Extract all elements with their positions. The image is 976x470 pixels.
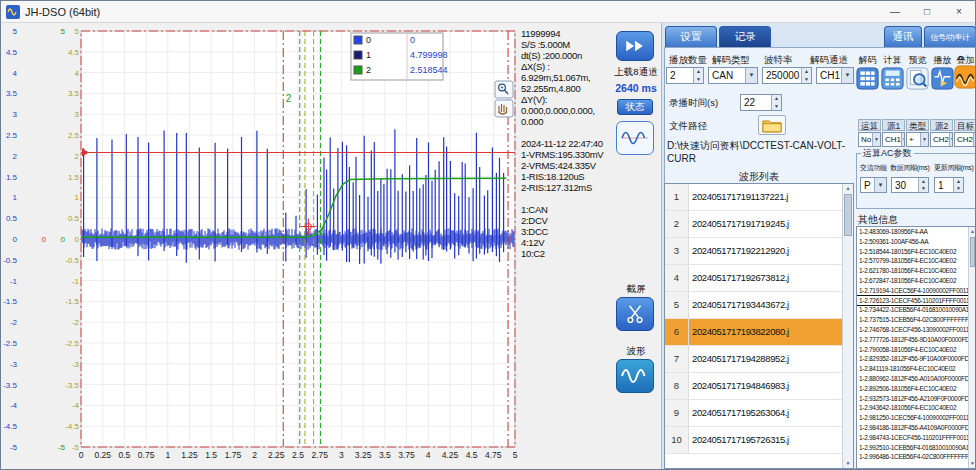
can-message-row[interactable]: 1-2.483069-180956F4-AA bbox=[857, 227, 969, 237]
ac-func-dropdown[interactable]: P▼ bbox=[860, 177, 887, 193]
waveform-button[interactable] bbox=[616, 359, 654, 393]
op-operation-dropdown[interactable]: No▼ bbox=[858, 132, 881, 147]
fast-forward-button[interactable] bbox=[616, 31, 654, 61]
waveform-list[interactable]: 1 2024051717191137221.j 2 20240517171917… bbox=[664, 183, 854, 469]
op-type-dropdown[interactable]: +▼ bbox=[906, 132, 929, 147]
can-message-row[interactable]: 1-2.509361-100AF456-AA bbox=[857, 237, 969, 247]
wave-list-item[interactable]: 2 2024051717191719245.j bbox=[665, 211, 842, 238]
calculate-button[interactable] bbox=[881, 67, 904, 90]
svg-text:1: 1 bbox=[13, 193, 18, 202]
chevron-down-icon[interactable]: ▼ bbox=[841, 68, 853, 83]
wave-list-item[interactable]: 8 2024051717194846983.j bbox=[665, 373, 842, 400]
op-source2-dropdown[interactable]: CH2▼ bbox=[930, 132, 953, 147]
can-message-row[interactable]: 1-2.734422-1CEB56F4-016810010090A15A bbox=[857, 305, 969, 315]
op-source1-dropdown[interactable]: CH1▼ bbox=[882, 132, 905, 147]
preview-icon-label: 预览 bbox=[906, 54, 929, 67]
can-message-row[interactable]: 1-2.737515-1CEB56F4-02C800FFFFFFFFFF bbox=[857, 315, 969, 325]
can-message-row[interactable]: 1-2.984186-1812F456-A4109A0F0000FD bbox=[857, 423, 969, 433]
can-message-row[interactable]: 1-2.992510-1CEB56F4-016810010090A15A bbox=[857, 443, 969, 453]
stepper-arrows-icon[interactable]: ▲▼ bbox=[771, 95, 781, 110]
wave-list-item[interactable]: 3 2024051717192212920.j bbox=[665, 238, 842, 265]
wave-list-item[interactable]: 5 2024051717193443672.j bbox=[665, 292, 842, 319]
other-info-list[interactable]: 1-2.483069-180956F4-AA 1-2.509361-100AF4… bbox=[856, 226, 976, 469]
svg-text:2.75: 2.75 bbox=[311, 450, 328, 460]
svg-text:-3.5: -3.5 bbox=[65, 381, 79, 390]
can-message-row[interactable]: 1-2.841119-181056F4-EC10C40E02 bbox=[857, 364, 969, 374]
scroll-down-icon[interactable]: ▼ bbox=[843, 459, 853, 468]
can-message-row[interactable]: 1-2.777726-1812F456-9D10A00F0000FD bbox=[857, 335, 969, 345]
wave-list-item[interactable]: 10 2024051717195726315.j bbox=[665, 427, 842, 454]
svg-text:2.5: 2.5 bbox=[68, 131, 80, 140]
can-message-row[interactable]: 1-2.746768-1CECF456-13090002FF001100 bbox=[857, 325, 969, 335]
chevron-down-icon[interactable]: ▼ bbox=[872, 133, 880, 146]
status-waveform-button[interactable] bbox=[616, 121, 654, 155]
wave-list-item[interactable]: 6 2024051717193822080.j bbox=[665, 319, 842, 346]
ac-period-stepper[interactable]: 30▲▼ bbox=[891, 177, 929, 193]
wave-list-item[interactable]: 7 2024051717194288952.j bbox=[665, 346, 842, 373]
play-count-stepper[interactable]: 2▲▼ bbox=[666, 67, 704, 84]
stepper-arrows-icon[interactable]: ▲▼ bbox=[918, 178, 928, 192]
measurement-line: 1:CAN bbox=[521, 204, 611, 215]
can-message-row[interactable]: 1-2.570799-181056F4-EC10C40E02 bbox=[857, 256, 969, 266]
chevron-down-icon[interactable]: ▼ bbox=[949, 133, 953, 146]
play-button[interactable] bbox=[931, 67, 954, 90]
svg-text:0: 0 bbox=[42, 235, 47, 244]
decode-type-dropdown[interactable]: CAN▼ bbox=[708, 67, 758, 84]
scrollbar-thumb[interactable] bbox=[844, 194, 852, 236]
can-message-row[interactable]: 1-2.943642-181056F4-EC10C40E02 bbox=[857, 403, 969, 413]
tab-record[interactable]: 记录 bbox=[719, 26, 771, 47]
wave-list-item[interactable]: 9 2024051717195263064.j bbox=[665, 400, 842, 427]
stepper-arrows-icon[interactable]: ▲▼ bbox=[693, 68, 703, 83]
ac-update-stepper[interactable]: 1▲▼ bbox=[934, 177, 964, 193]
can-message-row[interactable]: 1-2.892506-181056F4-EC10C40E02 bbox=[857, 384, 969, 394]
maximize-button[interactable]: □ bbox=[911, 1, 943, 22]
wave-list-filename: 2024051717191137221.j bbox=[689, 184, 842, 210]
scrollbar-thumb[interactable] bbox=[970, 237, 975, 267]
close-button[interactable]: × bbox=[943, 1, 975, 22]
can-message-row[interactable]: 1-2.518544-180156F4-EC10C40E02 bbox=[857, 247, 969, 257]
svg-text:-1: -1 bbox=[72, 277, 80, 286]
status-button[interactable]: 状态 bbox=[617, 99, 653, 115]
preview-button[interactable] bbox=[906, 67, 929, 90]
stepper-arrows-icon[interactable]: ▲▼ bbox=[801, 68, 811, 83]
wave-list-scrollbar[interactable]: ▲▼ bbox=[842, 184, 853, 468]
other-info-scrollbar[interactable]: ▲▼ bbox=[968, 227, 976, 468]
decode-channel-dropdown[interactable]: CH1▼ bbox=[816, 67, 854, 84]
scroll-up-icon[interactable]: ▲ bbox=[969, 227, 976, 236]
chevron-down-icon[interactable]: ▼ bbox=[901, 133, 905, 146]
wave-list-item[interactable]: 1 2024051717191137221.j bbox=[665, 184, 842, 211]
chevron-down-icon[interactable]: ▼ bbox=[874, 178, 886, 192]
chevron-down-icon[interactable]: ▼ bbox=[920, 133, 928, 146]
overlay-button[interactable] bbox=[954, 65, 976, 91]
can-message-row[interactable]: 1-2.984743-1CECF456-110201FFFF001100 bbox=[857, 433, 969, 443]
tab-comm[interactable]: 通讯 bbox=[884, 26, 922, 47]
op-target-dropdown[interactable]: CH2▼ bbox=[954, 132, 976, 147]
stepper-arrows-icon[interactable]: ▲▼ bbox=[953, 178, 963, 192]
scroll-down-icon[interactable]: ▼ bbox=[969, 459, 976, 468]
can-message-row[interactable]: 1-2.672847-181056F4-EC10C40E02 bbox=[857, 276, 969, 286]
record-time-stepper[interactable]: 22▲▼ bbox=[740, 94, 782, 111]
screenshot-button[interactable] bbox=[616, 297, 654, 331]
oscilloscope-plot[interactable]: 54.543.532.521.510.50-0.5-1-1.5-2-2.5-3-… bbox=[1, 23, 521, 469]
can-message-row[interactable]: 1-2.719194-1CEC56F4-10090002FF001100 bbox=[857, 286, 969, 296]
decode-button[interactable] bbox=[856, 67, 879, 90]
baud-rate-stepper[interactable]: 250000▲▼ bbox=[762, 67, 812, 84]
tab-settings[interactable]: 设置 bbox=[665, 26, 717, 47]
browse-folder-button[interactable] bbox=[758, 115, 786, 135]
can-message-row[interactable]: 1-2.880962-1812F456-A010A00F0000FD bbox=[857, 374, 969, 384]
can-message-row[interactable]: 1-2.726123-1CECF456-110201FFFF001100 bbox=[857, 296, 969, 306]
can-message-row[interactable]: 1-2.621780-181056F4-EC10C40E02 bbox=[857, 266, 969, 276]
can-message-row[interactable]: 1-2.790058-181056F4-EC10C40E02 bbox=[857, 345, 969, 355]
svg-text:1.5: 1.5 bbox=[6, 173, 18, 182]
tab-signal-power[interactable]: 信号/功率计 bbox=[924, 26, 976, 47]
minimize-button[interactable]: — bbox=[879, 1, 911, 22]
can-message-row[interactable]: 1-2.932573-1812F456-A2109F0F0000FD bbox=[857, 394, 969, 404]
can-message-row[interactable]: 1-2.829352-1812F456-9F10A00F0000FD bbox=[857, 354, 969, 364]
scroll-up-icon[interactable]: ▲ bbox=[843, 184, 853, 193]
wave-list-filename: 2024051717193443672.j bbox=[689, 292, 842, 318]
can-message-row[interactable]: 1-2.981250-1CEC56F4-10090002FF001100 bbox=[857, 413, 969, 423]
svg-text:1.25: 1.25 bbox=[181, 450, 198, 460]
wave-list-item[interactable]: 4 2024051717192673812.j bbox=[665, 265, 842, 292]
can-message-row[interactable]: 1-2.996486-1CEB56F4-02C800FFFFFFFFFF bbox=[857, 452, 969, 462]
chevron-down-icon[interactable]: ▼ bbox=[745, 68, 757, 83]
